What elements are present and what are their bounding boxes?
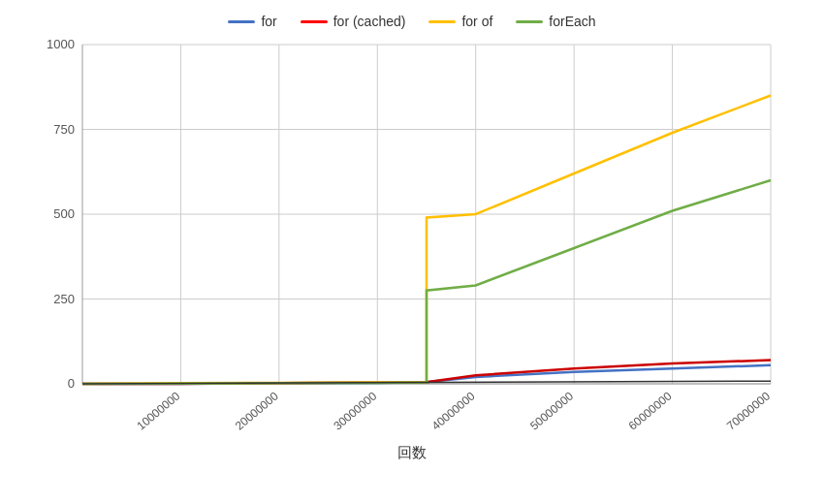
legend-color — [428, 20, 456, 23]
legend-item: for (cached) — [301, 14, 406, 29]
chart-container: forfor (cached)for offorEach 02505007501… — [0, 0, 824, 504]
svg-text:0: 0 — [68, 376, 75, 391]
chart-svg: 0250500750100010000000200000003000000040… — [24, 35, 800, 442]
legend-label: forEach — [549, 14, 595, 29]
legend-color — [228, 20, 255, 23]
svg-text:750: 750 — [53, 122, 75, 137]
svg-text:1000: 1000 — [47, 37, 75, 51]
legend-label: for (cached) — [333, 14, 406, 29]
legend-item: forEach — [516, 14, 595, 29]
chart-legend: forfor (cached)for offorEach — [228, 14, 595, 29]
legend-color — [516, 20, 543, 23]
legend-item: for of — [428, 14, 492, 29]
x-axis-label: 回数 — [397, 444, 427, 462]
svg-text:250: 250 — [53, 292, 75, 306]
svg-text:500: 500 — [53, 206, 75, 221]
legend-item: for — [228, 14, 276, 29]
legend-label: for of — [461, 14, 492, 29]
legend-label: for — [261, 14, 276, 29]
legend-color — [301, 20, 328, 23]
